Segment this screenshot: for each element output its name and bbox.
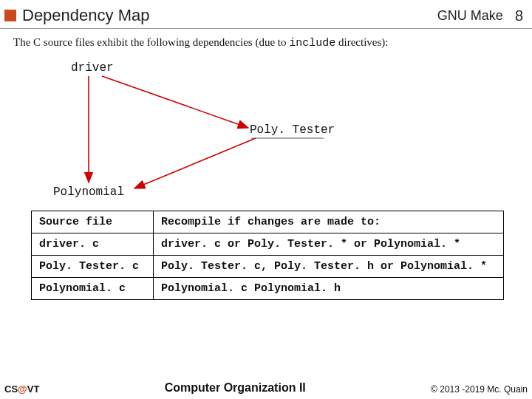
slide-body: The C source files exhibit the following… bbox=[0, 29, 532, 300]
slide-footer: CS@VT Computer Organization II © 2013 -2… bbox=[0, 381, 532, 395]
footer-right: © 2013 -2019 Mc. Quain bbox=[431, 384, 528, 395]
table-header-source: Source file bbox=[32, 211, 154, 233]
node-polynomial: Polynomial bbox=[53, 185, 124, 199]
table-cell: Polynomial. c Polynomial. h bbox=[154, 278, 504, 300]
slide-subject: GNU Make bbox=[437, 8, 503, 24]
table-cell: Poly. Tester. c bbox=[32, 256, 154, 278]
footer-at: @ bbox=[18, 383, 27, 395]
dependency-table: Source file Recompile if changes are mad… bbox=[31, 211, 504, 300]
footer-center: Computer Organization II bbox=[39, 381, 431, 395]
table-header-recompile: Recompile if changes are made to: bbox=[154, 211, 504, 233]
table-cell: Poly. Tester. c, Poly. Tester. h or Poly… bbox=[154, 256, 504, 278]
slide-page-number: 8 bbox=[515, 7, 523, 24]
node-driver: driver bbox=[71, 61, 114, 75]
svg-line-0 bbox=[102, 76, 248, 128]
header-accent-square bbox=[4, 10, 16, 21]
intro-text: The C source files exhibit the following… bbox=[13, 36, 519, 50]
footer-vt: VT bbox=[27, 383, 40, 395]
dependency-diagram: driver Poly. Tester Polynomial bbox=[13, 55, 519, 203]
table-row: Polynomial. c Polynomial. c Polynomial. … bbox=[32, 278, 504, 300]
table-row: Poly. Tester. c Poly. Tester. c, Poly. T… bbox=[32, 256, 504, 278]
table-row: driver. c driver. c or Poly. Tester. * o… bbox=[32, 233, 504, 256]
table-cell: Polynomial. c bbox=[32, 278, 154, 300]
svg-line-2 bbox=[134, 138, 256, 188]
intro-prefix: The C source files exhibit the following… bbox=[13, 36, 289, 48]
slide-header: Dependency Map GNU Make 8 bbox=[0, 0, 532, 29]
table-row: Source file Recompile if changes are mad… bbox=[32, 211, 504, 233]
table-cell: driver. c or Poly. Tester. * or Polynomi… bbox=[154, 233, 504, 256]
table-cell: driver. c bbox=[32, 233, 154, 256]
intro-suffix: directives): bbox=[335, 36, 388, 48]
footer-cs: CS bbox=[4, 383, 18, 395]
dependency-table-wrap: Source file Recompile if changes are mad… bbox=[31, 211, 501, 300]
node-polytester: Poly. Tester bbox=[250, 123, 335, 137]
footer-left: CS@VT bbox=[4, 383, 39, 395]
slide-title: Dependency Map bbox=[22, 6, 437, 25]
intro-mono: include bbox=[289, 37, 335, 50]
